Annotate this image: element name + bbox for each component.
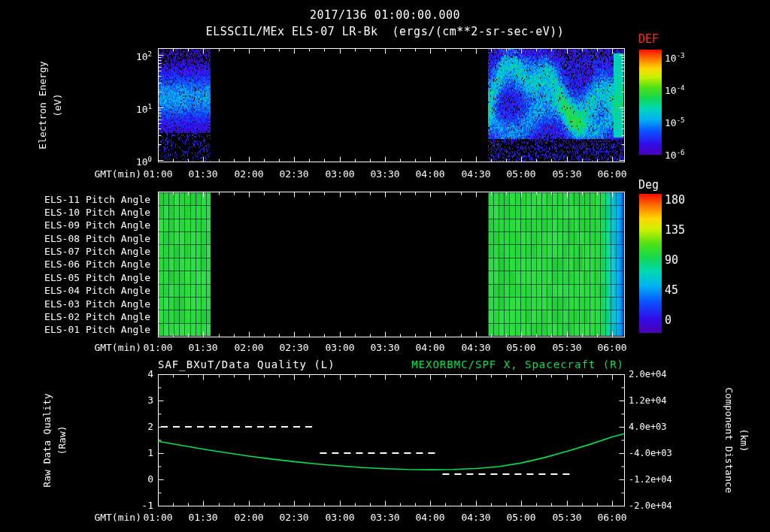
pitch-row-label: ELS-04 Pitch Angle xyxy=(44,285,150,297)
time-tick-line: 01:00 xyxy=(140,512,176,524)
energy-tick: 101 xyxy=(119,101,152,116)
time-tick-line: 04:30 xyxy=(458,512,494,524)
distance-tick: -4.0e+03 xyxy=(629,447,683,459)
spacecraft-series-title: MEXORBMC/SPF X, Spacecraft (R) xyxy=(391,358,624,370)
time-tick-line: 06:00 xyxy=(594,512,630,524)
distance-tick: -2.0e+04 xyxy=(629,500,683,512)
time-tick-spectrogram: 04:30 xyxy=(458,168,494,180)
quality-tick: 3 xyxy=(125,394,153,407)
time-tick-pitch: 04:00 xyxy=(412,342,448,354)
plot-screen: 2017/136 01:00:00.000 ELSSCIL/MEx ELS-07… xyxy=(0,0,770,532)
time-tick-pitch: 04:30 xyxy=(458,342,494,354)
distance-tick: -1.2e+04 xyxy=(629,473,683,485)
time-tick-line: 03:00 xyxy=(322,512,358,524)
time-tick-spectrogram: 01:30 xyxy=(185,168,221,180)
gmt-label-pitch: GMT(min) xyxy=(74,342,141,354)
time-tick-pitch: 03:00 xyxy=(322,342,358,354)
time-tick-pitch: 03:30 xyxy=(367,342,403,354)
time-tick-line: 05:00 xyxy=(503,512,539,524)
distance-axis-label: Component Distance xyxy=(723,380,735,500)
time-tick-spectrogram: 01:00 xyxy=(140,168,176,180)
time-tick-line: 01:30 xyxy=(185,512,221,524)
def-colorbar-tick: 10-6 xyxy=(665,147,713,162)
pitch-row-label: ELS-03 Pitch Angle xyxy=(44,298,150,310)
time-tick-spectrogram: 03:00 xyxy=(322,168,358,180)
time-tick-pitch: 02:30 xyxy=(276,342,312,354)
quality-tick: 4 xyxy=(125,368,153,380)
def-colorbar-title: DEF xyxy=(638,33,659,45)
gmt-label-line: GMT(min) xyxy=(74,512,141,524)
def-colorbar-tick: 10-4 xyxy=(665,82,713,97)
distance-tick: 2.0e+04 xyxy=(629,368,683,380)
time-tick-spectrogram: 06:00 xyxy=(594,168,630,180)
time-tick-pitch: 05:30 xyxy=(549,342,585,354)
pitch-row-label: ELS-09 Pitch Angle xyxy=(44,219,150,231)
quality-axis-label: Raw Data Quality xyxy=(41,380,53,500)
distance-tick: 1.2e+04 xyxy=(629,394,683,407)
distance-axis-units: (km) xyxy=(738,380,750,500)
quality-tick: 0 xyxy=(125,473,153,485)
pitch-row-label: ELS-01 Pitch Angle xyxy=(44,324,150,336)
deg-colorbar-title: Deg xyxy=(638,179,659,191)
quality-tick: -1 xyxy=(125,500,153,512)
energy-tick: 102 xyxy=(119,48,152,63)
time-tick-spectrogram: 03:30 xyxy=(367,168,403,180)
pitch-row-label: ELS-07 Pitch Angle xyxy=(44,246,150,258)
time-tick-pitch: 06:00 xyxy=(594,342,630,354)
energy-axis-label: Electron Energy xyxy=(37,45,49,165)
quality-series-title: SAF_BXuT/Data Quality (L) xyxy=(158,358,335,370)
page-title-datetime: 2017/136 01:00:00.000 xyxy=(0,9,770,21)
gmt-label-spectrogram: GMT(min) xyxy=(74,168,141,180)
time-tick-pitch: 01:30 xyxy=(185,342,221,354)
quality-axis-units: (Raw) xyxy=(56,380,68,500)
time-tick-line: 04:00 xyxy=(412,512,448,524)
def-colorbar-tick: 10-3 xyxy=(665,50,713,65)
quality-tick: 2 xyxy=(125,421,153,433)
deg-colorbar-tick: 45 xyxy=(665,284,702,296)
pitch-row-label: ELS-08 Pitch Angle xyxy=(44,233,150,245)
time-tick-spectrogram: 02:30 xyxy=(276,168,312,180)
time-tick-line: 05:30 xyxy=(549,512,585,524)
pitch-row-label: ELS-10 Pitch Angle xyxy=(44,207,150,219)
time-tick-pitch: 01:00 xyxy=(140,342,176,354)
time-tick-line: 03:30 xyxy=(367,512,403,524)
distance-tick: 4.0e+03 xyxy=(629,421,683,433)
deg-colorbar-tick: 90 xyxy=(665,254,702,266)
deg-colorbar-tick: 180 xyxy=(665,194,702,206)
time-tick-spectrogram: 04:00 xyxy=(412,168,448,180)
time-tick-pitch: 02:00 xyxy=(231,342,267,354)
def-colorbar-tick: 10-5 xyxy=(665,114,713,129)
time-tick-spectrogram: 05:30 xyxy=(549,168,585,180)
time-tick-spectrogram: 05:00 xyxy=(503,168,539,180)
time-tick-line: 02:00 xyxy=(231,512,267,524)
time-tick-line: 02:30 xyxy=(276,512,312,524)
energy-axis-units: (eV) xyxy=(52,45,64,165)
time-tick-spectrogram: 02:00 xyxy=(231,168,267,180)
pitch-row-label: ELS-05 Pitch Angle xyxy=(44,272,150,284)
time-tick-pitch: 05:00 xyxy=(503,342,539,354)
deg-colorbar-tick: 0 xyxy=(665,314,702,326)
pitch-row-label: ELS-06 Pitch Angle xyxy=(44,258,150,271)
deg-colorbar-tick: 135 xyxy=(665,224,702,236)
pitch-row-label: ELS-02 Pitch Angle xyxy=(44,311,150,323)
energy-tick: 100 xyxy=(119,153,152,168)
pitch-row-label: ELS-11 Pitch Angle xyxy=(44,194,150,206)
quality-tick: 1 xyxy=(125,447,153,459)
